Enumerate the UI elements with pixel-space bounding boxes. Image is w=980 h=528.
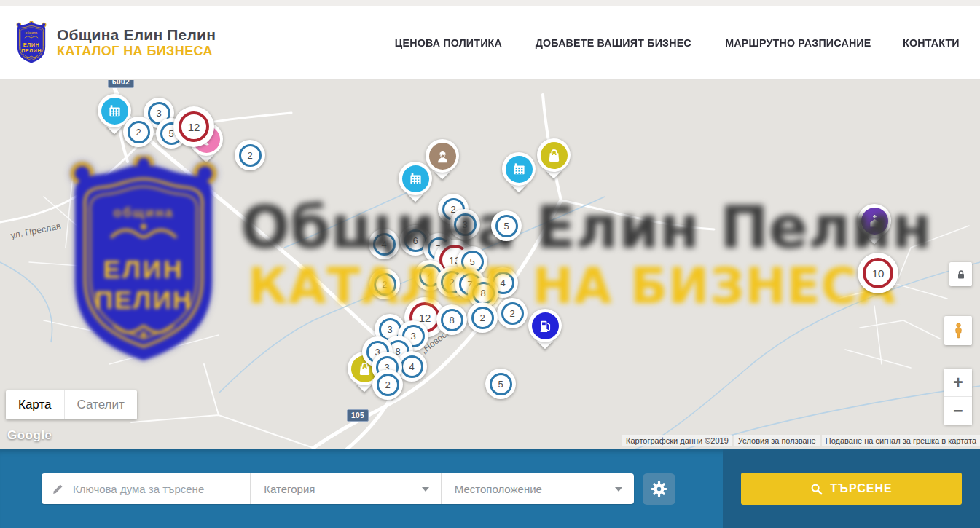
cluster-marker[interactable]: 2: [123, 117, 154, 147]
pegman-icon: [952, 323, 965, 339]
zoom-out-button[interactable]: −: [944, 397, 972, 425]
search-icon: [810, 483, 823, 495]
keyword-field[interactable]: [42, 473, 250, 504]
cluster-count: 8: [449, 315, 454, 326]
pin-ring: [399, 162, 432, 195]
cluster-marker[interactable]: 5: [485, 369, 516, 399]
street-view-pegman[interactable]: [944, 316, 972, 345]
nav-add-your-business[interactable]: ДОБАВЕТЕ ВАШИЯТ БИЗНЕС: [536, 36, 691, 49]
search-bar: Категория Местоположение ТЪРСЕНЕ: [0, 449, 980, 528]
cluster-count: 10: [872, 267, 885, 280]
worker-icon: [435, 149, 450, 164]
keyword-input[interactable]: [71, 482, 250, 496]
cluster-count: 2: [479, 312, 485, 323]
cluster-count: 3: [462, 219, 467, 230]
cluster-count: 2: [382, 279, 387, 290]
brand[interactable]: Община Елин Пелин КАТАЛОГ НА БИЗНЕСА: [15, 21, 216, 65]
terms-link[interactable]: Условия за ползване: [734, 435, 820, 446]
gear-icon: [651, 481, 667, 497]
search-button[interactable]: ТЪРСЕНЕ: [741, 473, 962, 505]
municipality-crest-logo: [15, 21, 48, 65]
map-canvas[interactable]: 6002 105 ул. Преслав бул. „Новоселци“ 32…: [0, 80, 980, 449]
cluster-count: 2: [385, 379, 390, 390]
factory-icon: [408, 171, 423, 186]
category-select-value: Категория: [264, 483, 315, 495]
category-pin-bag[interactable]: [537, 138, 571, 184]
cluster-count: 4: [500, 277, 505, 288]
map-attribution: Картографски данни ©2019 Условия за полз…: [622, 435, 980, 446]
factory-icon: [511, 162, 527, 177]
cluster-marker[interactable]: 12: [173, 106, 214, 147]
nav-route-schedule[interactable]: МАРШРУТНО РАЗПИСАНИЕ: [726, 36, 871, 49]
chevron-down-icon: [615, 487, 622, 492]
cluster-marker[interactable]: 2: [369, 269, 400, 299]
map-type-satellite-button[interactable]: Сателит: [64, 390, 137, 419]
fuel-icon: [538, 318, 553, 334]
report-error-link[interactable]: Подаване на сигнал за грешка в картата: [822, 435, 980, 446]
cluster-count: 3: [156, 108, 161, 119]
cluster-count: 4: [427, 270, 432, 281]
cluster-count: 2: [449, 277, 454, 288]
cluster-marker[interactable]: 2: [235, 140, 265, 170]
category-pin-fuel[interactable]: [528, 309, 562, 354]
cluster-count: 8: [480, 288, 485, 299]
page: Община Елин Пелин КАТАЛОГ НА БИЗНЕСА ЦЕН…: [0, 0, 980, 528]
brand-text: Община Елин Пелин КАТАЛОГ НА БИЗНЕСА: [57, 26, 216, 59]
zoom-control: + −: [944, 369, 972, 425]
main-nav: ЦЕНОВА ПОЛИТИКА ДОБАВЕТЕ ВАШИЯТ БИЗНЕС М…: [392, 36, 961, 49]
attribution-copyright: Картографски данни ©2019: [622, 435, 732, 446]
pin-ring: [502, 152, 536, 186]
location-select-value: Местоположение: [455, 483, 542, 495]
zoom-in-button[interactable]: +: [944, 369, 972, 397]
header: Община Елин Пелин КАТАЛОГ НА БИЗНЕСА ЦЕН…: [0, 6, 980, 80]
church-icon: [867, 213, 882, 229]
search-button-label: ТЪРСЕНЕ: [830, 482, 892, 495]
cluster-count: 2: [136, 127, 141, 138]
category-pin-church[interactable]: [858, 204, 891, 249]
cluster-marker[interactable]: 3: [450, 209, 480, 240]
chevron-down-icon: [422, 487, 429, 492]
road-number-chip: 105: [347, 409, 369, 422]
cluster-marker[interactable]: 2: [467, 302, 498, 333]
bag-icon: [546, 148, 562, 163]
cluster-marker[interactable]: 4: [369, 229, 399, 259]
pin-ring: [537, 138, 571, 172]
cluster-count: 6: [412, 235, 418, 246]
road-number-chip: 6002: [108, 80, 134, 88]
cluster-count: 5: [498, 379, 503, 390]
category-select[interactable]: Категория: [250, 473, 440, 504]
map-type-control: Карта Сателит: [6, 390, 137, 419]
cluster-marker[interactable]: 2: [497, 298, 528, 328]
google-logo[interactable]: Google: [7, 428, 52, 443]
cluster-count: 12: [188, 121, 200, 133]
site-title: Община Елин Пелин: [57, 26, 216, 44]
location-select[interactable]: Местоположение: [441, 473, 634, 504]
cluster-marker[interactable]: 10: [858, 253, 898, 293]
site-subtitle: КАТАЛОГ НА БИЗНЕСА: [57, 44, 216, 59]
lock-icon: [955, 269, 967, 280]
search-fields: Категория Местоположение: [42, 473, 634, 504]
nav-contacts[interactable]: КОНТАКТИ: [903, 36, 960, 49]
cluster-count: 5: [503, 221, 509, 232]
cluster-count: 4: [409, 361, 414, 372]
top-strip: [0, 0, 980, 6]
cluster-count: 5: [469, 256, 474, 267]
factory-icon: [107, 103, 122, 119]
cluster-marker[interactable]: 8: [436, 304, 467, 335]
nav-pricing-policy[interactable]: ЦЕНОВА ПОЛИТИКА: [395, 36, 502, 49]
pin-ring: [858, 204, 891, 237]
cluster-count: 2: [509, 308, 514, 319]
pencil-icon: [52, 483, 64, 495]
category-pin-factory[interactable]: [502, 152, 536, 197]
cluster-count: 2: [247, 150, 252, 161]
cluster-marker[interactable]: 5: [491, 210, 522, 241]
pin-ring: [528, 309, 562, 342]
cluster-count: 3: [387, 324, 392, 335]
map-type-map-button[interactable]: Карта: [6, 390, 64, 419]
cluster-marker[interactable]: 2: [372, 369, 403, 400]
cluster-count: 3: [410, 331, 415, 342]
lock-button[interactable]: [949, 262, 972, 286]
category-pin-factory[interactable]: [399, 162, 432, 207]
cluster-count: 4: [381, 239, 386, 250]
advanced-search-button[interactable]: [643, 473, 675, 505]
